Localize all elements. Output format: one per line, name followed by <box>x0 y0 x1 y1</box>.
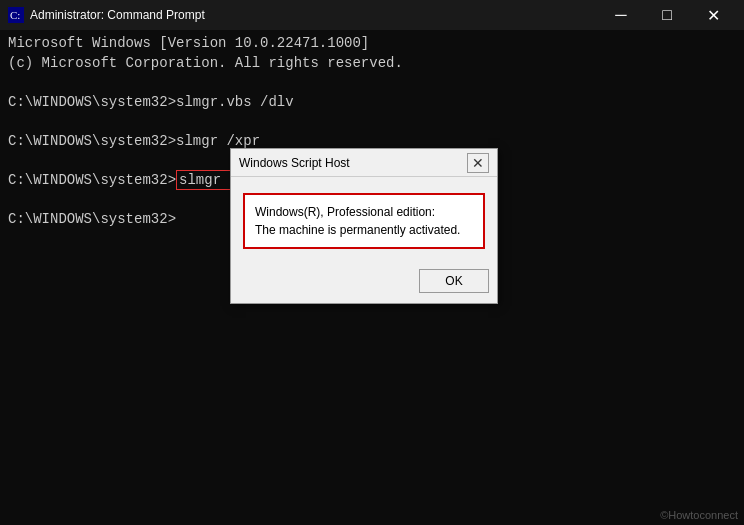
svg-text:C:: C: <box>10 9 20 21</box>
restore-button[interactable]: □ <box>644 0 690 30</box>
window-title: Administrator: Command Prompt <box>30 8 598 22</box>
dialog-message-box: Windows(R), Professional edition: The ma… <box>243 193 485 249</box>
cmd-line-1: Microsoft Windows [Version 10.0.22471.10… <box>8 34 736 54</box>
cmd-line-4: C:\WINDOWS\system32>slmgr.vbs /dlv <box>8 93 736 113</box>
dialog-title-bar: Windows Script Host ✕ <box>231 149 497 177</box>
dialog-message-line2: The machine is permanently activated. <box>255 221 473 239</box>
cmd-line-2: (c) Microsoft Corporation. All rights re… <box>8 54 736 74</box>
watermark: ©Howtoconnect <box>660 509 738 521</box>
cmd-icon: C: <box>8 7 24 23</box>
cmd-line-3 <box>8 73 736 93</box>
dialog-title: Windows Script Host <box>239 156 467 170</box>
cmd-window: C: Administrator: Command Prompt ─ □ ✕ M… <box>0 0 744 525</box>
minimize-button[interactable]: ─ <box>598 0 644 30</box>
window-controls: ─ □ ✕ <box>598 0 736 30</box>
title-bar: C: Administrator: Command Prompt ─ □ ✕ <box>0 0 744 30</box>
windows-script-host-dialog[interactable]: Windows Script Host ✕ Windows(R), Profes… <box>230 148 498 304</box>
dialog-body: Windows(R), Professional edition: The ma… <box>231 177 497 269</box>
dialog-footer: OK <box>231 269 497 303</box>
dialog-close-button[interactable]: ✕ <box>467 153 489 173</box>
dialog-ok-button[interactable]: OK <box>419 269 489 293</box>
dialog-message-line1: Windows(R), Professional edition: <box>255 203 473 221</box>
cmd-line-5 <box>8 112 736 132</box>
close-button[interactable]: ✕ <box>690 0 736 30</box>
